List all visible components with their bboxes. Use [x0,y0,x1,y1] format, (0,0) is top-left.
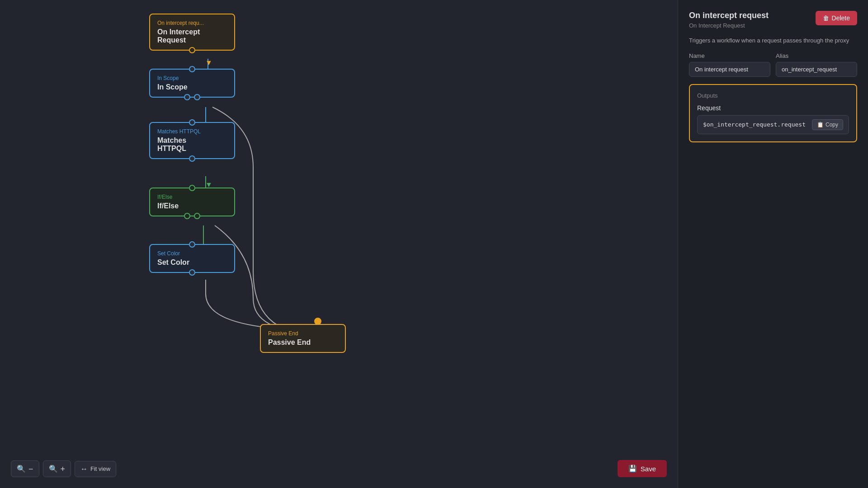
alias-label: Alias [776,52,857,59]
fit-view-icon: ↔ [80,465,88,473]
zoom-in-icon: 🔍 [49,465,58,473]
outputs-box: Outputs Request $on_intercept_request.re… [689,84,857,142]
connector-setcolor-bottom [189,269,195,276]
delete-label: Delete [832,14,850,22]
connector-ifelse-bottom-2 [194,213,200,219]
node-type-passive: Passive End [268,330,338,337]
node-main-setcolor: Set Color [157,258,227,267]
canvas-toolbar: 🔍 − 🔍 + ↔ Fit view [11,460,116,477]
fit-view-label: Fit view [90,465,110,472]
fields-row: Name Alias [689,52,857,77]
node-type-trigger: On intercept requ... [157,20,227,26]
name-input[interactable] [689,62,770,77]
node-type-inscope: In Scope [157,75,227,81]
output-request-value: $on_intercept_request.request [703,121,808,128]
alias-field-group: Alias [776,52,857,77]
zoom-in-button[interactable]: 🔍 + [43,460,71,477]
node-ifelse[interactable]: If/Else If/Else [149,188,235,216]
sidebar-main-title: On intercept request [689,11,769,20]
connector-ifelse-bottom-1 [184,213,190,219]
name-label: Name [689,52,770,59]
save-label: Save [641,465,656,473]
outputs-title: Outputs [697,92,849,99]
connector-setcolor-top [189,241,195,248]
node-type-setcolor: Set Color [157,250,227,257]
save-button[interactable]: 💾 Save [618,460,667,477]
zoom-out-label: − [28,465,33,473]
connector-inscope-bottom-1 [184,94,190,100]
copy-button[interactable]: 📋 Copy [812,119,843,130]
name-field-group: Name [689,52,770,77]
delete-button[interactable]: 🗑 Delete [816,11,857,25]
save-icon: 💾 [628,465,637,473]
connection-lines [0,0,678,488]
delete-icon: 🗑 [823,14,829,22]
zoom-out-icon: 🔍 [17,465,26,473]
zoom-in-label: + [61,465,66,473]
fit-view-button[interactable]: ↔ Fit view [75,461,116,477]
node-main-httpql: MatchesHTTPQL [157,136,227,153]
node-passive[interactable]: Passive End Passive End [260,324,346,353]
sidebar-panel: On intercept request On Intercept Reques… [678,0,868,488]
node-main-inscope: In Scope [157,83,227,91]
node-type-ifelse: If/Else [157,194,227,200]
connector-inscope-top [189,66,195,72]
output-value-row: $on_intercept_request.request 📋 Copy [697,115,849,134]
node-main-passive: Passive End [268,338,338,347]
sidebar-title-group: On intercept request On Intercept Reques… [689,11,769,29]
node-setcolor[interactable]: Set Color Set Color [149,244,235,273]
connector-trigger-bottom [189,47,195,53]
connector-ifelse-top [189,185,195,191]
connector-inscope-bottom-2 [194,94,200,100]
zoom-out-button[interactable]: 🔍 − [11,460,39,477]
copy-icon: 📋 [817,122,824,128]
node-main-ifelse: If/Else [157,202,227,210]
node-httpql[interactable]: Matches HTTPQL MatchesHTTPQL [149,122,235,159]
arrow-1: ▼ [205,59,212,67]
connector-httpql-bottom [189,155,195,162]
node-inscope[interactable]: In Scope In Scope [149,69,235,98]
node-main-trigger: On InterceptRequest [157,28,227,44]
connector-httpql-top [189,119,195,126]
alias-input[interactable] [776,62,857,77]
node-type-httpql: Matches HTTPQL [157,128,227,135]
copy-label: Copy [826,122,838,128]
output-request-label: Request [697,104,849,112]
sidebar-description: Triggers a workflow when a request passe… [689,36,857,45]
sidebar-header: On intercept request On Intercept Reques… [689,11,857,29]
node-trigger[interactable]: On intercept requ... On InterceptRequest [149,14,235,51]
workflow-canvas[interactable]: On intercept requ... On InterceptRequest… [0,0,678,488]
sidebar-subtitle: On Intercept Request [689,22,769,29]
